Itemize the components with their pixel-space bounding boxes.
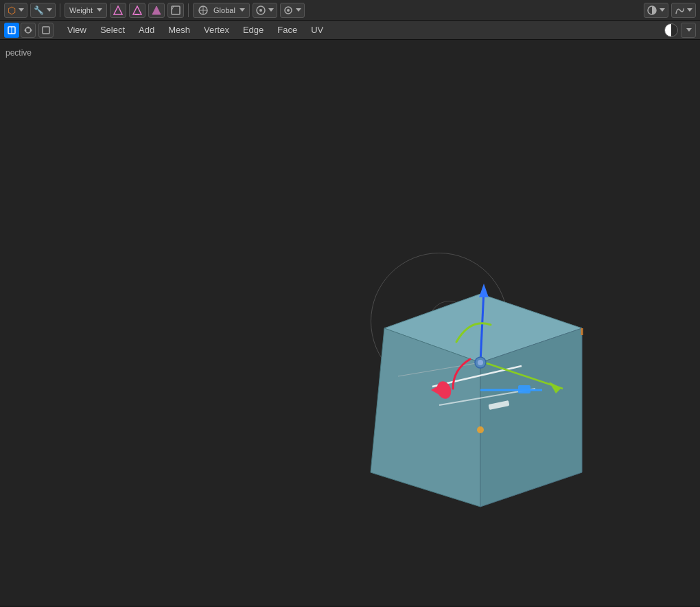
scene-svg [0, 40, 700, 606]
wrench-icon: 🔧 [34, 5, 44, 15]
curve-icon [675, 5, 684, 15]
edit-mode-icon[interactable] [21, 23, 36, 38]
edge-mode-icon [132, 5, 142, 15]
weight-mode-dropdown[interactable]: Weight [65, 3, 107, 18]
face-mode-button[interactable] [148, 3, 165, 18]
chevron-down-icon [660, 8, 665, 12]
separator [188, 3, 189, 17]
chevron-down-icon [19, 8, 24, 12]
svg-point-18 [30, 29, 32, 31]
separator [60, 3, 60, 17]
svg-rect-20 [43, 27, 49, 34]
menu-mesh[interactable]: Mesh [161, 22, 197, 38]
proportional-icon [283, 5, 293, 15]
viewport[interactable]: pective [0, 40, 700, 606]
chevron-down-icon [97, 8, 102, 12]
menu-bar: View Select Add Mesh Vertex Edge Face UV [0, 21, 700, 40]
transform-dropdown[interactable]: Global [193, 3, 250, 18]
chevron-down-icon [686, 28, 692, 32]
menu-edge[interactable]: Edge [236, 22, 270, 38]
ngon-mode-icon [171, 5, 180, 15]
blender-icon: ⬡ [8, 5, 16, 16]
overlay-icon-svg [42, 26, 50, 34]
vertex-mode-button[interactable] [110, 3, 126, 18]
ngon-mode-button[interactable] [167, 3, 184, 18]
snap-icon [256, 5, 266, 15]
weight-label: Weight [69, 6, 93, 14]
face-mode-icon [152, 5, 161, 15]
svg-point-19 [27, 26, 30, 28]
chevron-down-icon [240, 8, 245, 12]
chevron-down-icon [47, 8, 52, 12]
svg-marker-32 [479, 284, 489, 297]
svg-marker-3 [152, 6, 161, 14]
transform-icon [198, 5, 209, 16]
object-icon [7, 25, 16, 35]
blender-menu-button[interactable]: ⬡ [4, 3, 27, 18]
tool-button[interactable]: 🔧 [30, 3, 56, 18]
menu-face[interactable]: Face [270, 22, 304, 38]
viewport-shading-button[interactable] [644, 3, 668, 18]
menu-vertex[interactable]: Vertex [197, 22, 236, 38]
svg-marker-0 [114, 6, 122, 14]
svg-point-41 [478, 360, 483, 365]
edit-icon-svg [24, 26, 32, 34]
menu-add[interactable]: Add [132, 22, 161, 38]
svg-marker-1 [133, 6, 141, 14]
chevron-down-icon [687, 8, 692, 12]
top-toolbar: ⬡ 🔧 Weight [0, 0, 700, 21]
overlay-controls [664, 23, 696, 38]
shading-icon [647, 5, 657, 15]
object-data-icon[interactable] [4, 23, 19, 38]
svg-rect-38 [518, 385, 530, 393]
xray-toggle[interactable] [681, 23, 696, 38]
snap-button[interactable] [253, 3, 277, 18]
svg-point-12 [287, 9, 290, 12]
svg-point-10 [259, 9, 262, 12]
edge-mode-button[interactable] [129, 3, 145, 18]
chevron-down-icon [296, 8, 301, 12]
curve-button[interactable] [671, 3, 696, 18]
menu-view[interactable]: View [60, 22, 93, 38]
overlay-toggle[interactable] [664, 23, 678, 37]
transform-label: Global [213, 6, 235, 14]
vertex-mode-icon [113, 5, 123, 15]
svg-point-30 [477, 426, 484, 433]
editor-mode-group [4, 23, 55, 38]
menu-uv[interactable]: UV [304, 22, 330, 38]
proportional-button[interactable] [280, 3, 305, 18]
chevron-down-icon [268, 8, 274, 12]
svg-point-17 [25, 29, 27, 31]
view-overlay-icon[interactable] [38, 23, 54, 38]
menu-select[interactable]: Select [93, 22, 132, 38]
